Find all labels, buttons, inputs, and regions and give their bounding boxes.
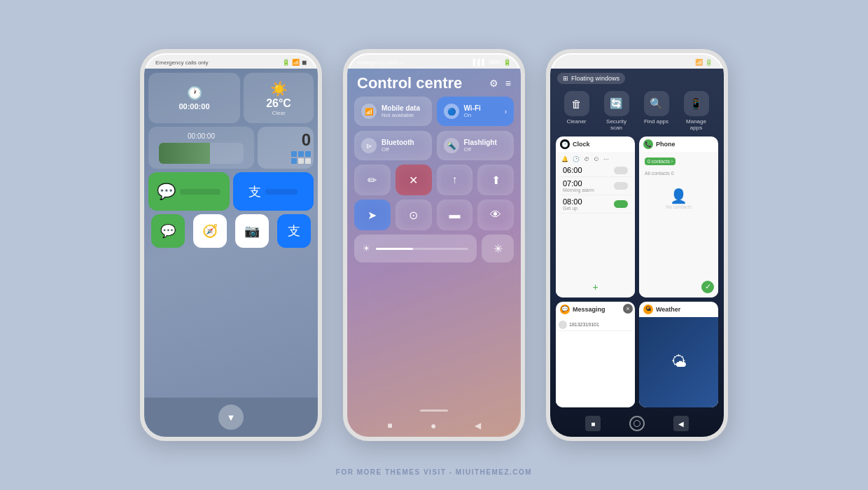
phone-window-content: 0 contacts › All contacts 0 👤 No contact… [639,152,718,298]
timer-widget[interactable]: 00:00:00 [148,127,254,169]
messaging-close-button[interactable]: × [623,304,633,314]
security-scan-icon-btn: 🔄 [604,91,629,116]
phone2: Emergency calls o ▌▌▌ WiFi 🔋 Control cen… [343,49,525,441]
nav-back-button[interactable]: ◀ [673,416,689,431]
clock-6-time: 06:00 [563,166,582,174]
signal-bars-icon: ▌▌▌ [473,59,486,66]
cleaner-label: Cleaner [566,118,586,125]
app-compass[interactable]: 🧭 [193,214,227,248]
nav-back-icon[interactable]: ◀ [475,421,481,430]
brightness-fill [376,248,413,250]
cc-top-tiles: 📶 Mobile data Not available 🔵 Wi-Fi On › [347,97,521,164]
fw-find-apps[interactable]: 🔍 Find apps [644,91,669,131]
nav-square-icon[interactable]: ■ [387,421,392,430]
counter-widget[interactable]: 0 [258,127,314,169]
bluetooth-icon: ⊳ [366,142,372,150]
fw-messaging-window[interactable]: 💬 Messaging 18132319101 [556,302,635,408]
fw-weather-window[interactable]: 🌤 Weather 🌤 [639,302,718,408]
nav-home-circle [634,420,640,427]
clock-icon: 🕐 [187,85,202,101]
wifi-icon2: WiFi [489,59,501,66]
cross-icon: ✕ [409,174,418,187]
settings-icon[interactable]: ⚙ [489,78,498,89]
clock-window-title: Clock [573,141,590,148]
clock-item-8: 08:00 Get up [559,195,632,214]
floating-windows-badge[interactable]: ⊞ Floating windows [557,73,625,84]
counter-cell [291,158,297,164]
nav-home-button[interactable] [629,416,645,431]
app-wechat[interactable]: 💬 [151,214,185,248]
alipay-widget[interactable]: 支 [233,172,314,211]
phone1-status-bar: Emergency calls only 🔋 📶 ◼ [144,53,318,69]
msg-row: 18132319101 [559,321,632,329]
cc-cross-button[interactable]: ✕ [396,164,432,195]
manage-apps-icon-btn: 📱 [684,91,709,116]
home-indicator-bar [420,410,448,412]
cc-minus-button[interactable]: ▬ [437,200,473,230]
battery-icon2: 🔋 [503,59,511,66]
signal-icon2: 📶 [365,108,373,115]
flashlight-icon: 🔦 [447,142,456,150]
phone3-status-bar: 📶 🔋 [550,53,724,69]
widget-row-1: 🕐 00:00:00 ☀️ 26°C Clear [148,73,314,123]
nav-square-button[interactable]: ■ [585,416,601,431]
fw-header: ⊞ Floating windows [550,69,724,88]
clock-8-desc: Get up [563,206,582,211]
fw-phone-window[interactable]: 📞 Phone 0 contacts › All contacts 0 👤 No… [639,136,718,298]
cc-eye-button[interactable]: 👁 [477,200,514,230]
brightness-bar [376,248,468,250]
clock-app-icon: 🕐 [560,139,570,149]
clock-8-time: 08:00 [563,197,582,206]
app-camera[interactable]: 📷 [235,214,269,248]
phone3-screen: ⊞ Floating windows 🗑 Cleaner 🔄 Security … [550,69,724,437]
clock-widget[interactable]: 🕐 00:00:00 [148,73,240,123]
app-row: 💬 🧭 📷 支 [148,214,314,248]
weather-temp: 26°C [266,97,291,110]
weather-widget[interactable]: ☀️ 26°C Clear [244,73,314,123]
phone1-status-left: Emergency calls only [155,59,209,66]
clock-8-toggle[interactable] [614,200,628,208]
app-extra[interactable]: 支 [277,214,311,248]
cc-header-icons: ⚙ ≡ [489,78,511,89]
fw-nav-bar: ■ ◀ [550,412,724,437]
cc-sparkle-button[interactable]: ✳ [482,234,514,262]
cc-wifi-tile[interactable]: 🔵 Wi-Fi On › [437,97,514,126]
cc-wifi-sub: On [464,112,481,118]
cc-record-button[interactable]: ⊙ [396,200,432,230]
phone3-signal-icon: 📶 [695,59,703,66]
menu-icon[interactable]: ≡ [505,78,511,89]
cc-brightness-control[interactable]: ☀ [354,234,477,262]
cc-mobile-data-tile[interactable]: 📶 Mobile data Not available [354,97,432,126]
fw-manage-apps[interactable]: 📱 Manage apps [682,91,710,131]
mobile-data-icon: 📶 [361,104,377,119]
battery-icon: 🔋 [282,59,290,66]
watermark: FOR MORE THEMES VISIT - MIUITHEMEZ.COM [0,468,868,476]
cc-navigate-button[interactable]: ➤ [354,200,391,230]
messaging-app-icon: 💬 [560,304,570,314]
clock-item-6: 06:00 [559,164,632,177]
fw-cleaner[interactable]: 🗑 Cleaner [564,91,589,131]
fw-security-scan[interactable]: 🔄 Security scan [603,91,631,131]
dock-funnel-button[interactable]: ▼ [218,405,244,430]
no-contacts-text: No contacts [666,204,692,209]
clock-6-toggle[interactable] [614,167,628,174]
cc-wifi-label: Wi-Fi [464,104,481,112]
weather-visual-icon: 🌤 [671,353,687,371]
clock-add-button[interactable]: + [589,281,602,293]
cc-header: Control centre ⚙ ≡ [347,69,521,97]
wechat-widget[interactable]: 💬 [148,172,230,211]
cleaner-icon-btn: 🗑 [564,91,589,116]
cc-arrow-up-button[interactable]: ↑ [437,164,473,195]
clock-7-toggle[interactable] [614,182,628,190]
minus-icon: ▬ [449,209,460,221]
cc-upload-button[interactable]: ⬆ [477,164,514,195]
wifi-signal-icon: 🔵 [447,108,456,115]
counter-cell [305,158,311,164]
cc-nav-bar: ■ ● ◀ [347,414,521,437]
cc-flashlight-tile[interactable]: 🔦 Flashlight Off [437,131,514,160]
dots-icon: ⋯ [603,156,609,162]
cc-pencil-button[interactable]: ✏ [354,164,391,195]
fw-clock-window[interactable]: 🕐 Clock 🔔 🕐 ⏱ ⏲ ⋯ [556,136,635,298]
nav-circle-icon[interactable]: ● [430,420,436,431]
cc-bluetooth-tile[interactable]: ⊳ Bluetooth Off [354,131,432,160]
